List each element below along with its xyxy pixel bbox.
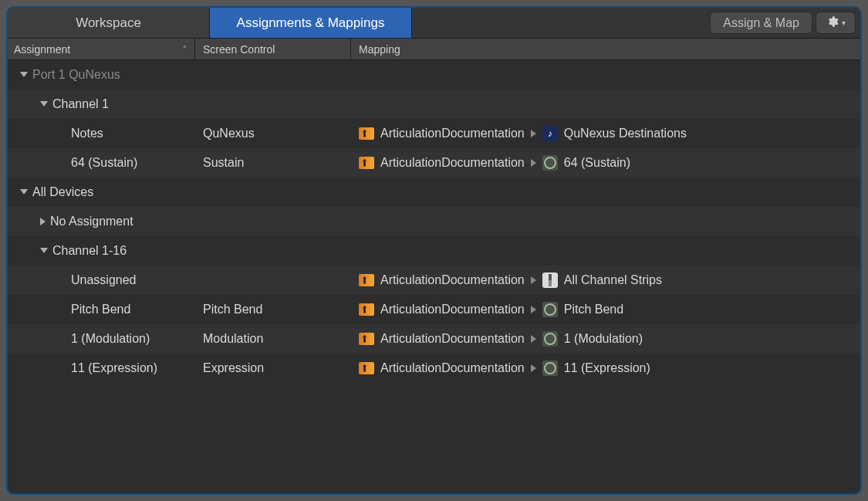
tab-bar-spacer bbox=[412, 8, 710, 38]
knob-icon bbox=[542, 302, 558, 317]
assign-and-map-button[interactable]: Assign & Map bbox=[710, 12, 812, 34]
table-row[interactable]: 1 (Modulation)ModulationArticulationDocu… bbox=[8, 324, 860, 354]
assignment-label: No Assignment bbox=[50, 215, 133, 228]
assignment-label: Channel 1 bbox=[52, 97, 109, 111]
mapping-destination-label: All Channel Strips bbox=[564, 273, 662, 287]
mapping-folder-label: ArticulationDocumentation bbox=[380, 361, 525, 375]
instrument-icon bbox=[542, 126, 558, 141]
mapping-destination-label: 64 (Sustain) bbox=[564, 156, 630, 170]
mapping-folder-label: ArticulationDocumentation bbox=[380, 303, 525, 317]
column-header-mapping[interactable]: Mapping bbox=[351, 39, 860, 59]
knob-icon bbox=[542, 361, 558, 376]
column-header-screen-control[interactable]: Screen Control bbox=[195, 39, 351, 59]
mapping-chain-arrow-icon bbox=[531, 364, 536, 372]
mapping-destination-label: 1 (Modulation) bbox=[564, 332, 643, 346]
assign-and-map-label: Assign & Map bbox=[723, 16, 799, 30]
mapping-destination-label: QuNexus Destinations bbox=[564, 127, 687, 140]
column-header-assignment-label: Assignment bbox=[14, 43, 70, 56]
disclosure-open-icon[interactable] bbox=[20, 72, 28, 77]
column-header-row: Assignment ˄ Screen Control Mapping bbox=[8, 39, 860, 60]
tab-workspace[interactable]: Workspace bbox=[8, 8, 210, 38]
mapping-folder-label: ArticulationDocumentation bbox=[380, 156, 525, 170]
concert-folder-icon bbox=[359, 303, 374, 316]
table-row[interactable]: Pitch BendPitch BendArticulationDocument… bbox=[8, 295, 860, 324]
column-header-assignment[interactable]: Assignment ˄ bbox=[8, 39, 195, 59]
table-row[interactable]: Port 1 QuNexus bbox=[8, 60, 860, 90]
chevron-down-icon: ▾ bbox=[842, 19, 846, 27]
mapping-destination-label: 11 (Expression) bbox=[564, 361, 650, 375]
table-row[interactable]: 64 (Sustain)SustainArticulationDocumenta… bbox=[8, 148, 860, 178]
channel-strip-icon bbox=[542, 273, 558, 288]
table-row[interactable]: No Assignment bbox=[8, 207, 860, 236]
tab-bar: Workspace Assignments & Mappings Assign … bbox=[8, 8, 860, 39]
column-header-screen-control-label: Screen Control bbox=[203, 43, 275, 56]
mapping-chain-arrow-icon bbox=[531, 335, 536, 343]
knob-icon bbox=[542, 155, 558, 171]
sort-ascending-icon: ˄ bbox=[183, 45, 187, 53]
table-row[interactable]: Channel 1-16 bbox=[8, 236, 860, 266]
table-row[interactable]: NotesQuNexusArticulationDocumentationQuN… bbox=[8, 119, 860, 148]
concert-folder-icon bbox=[359, 274, 374, 286]
tab-assignments[interactable]: Assignments & Mappings bbox=[210, 8, 412, 38]
table-row[interactable]: 11 (Expression)ExpressionArticulationDoc… bbox=[8, 354, 860, 383]
assignment-label: Channel 1-16 bbox=[52, 244, 127, 258]
tab-assignments-label: Assignments & Mappings bbox=[237, 15, 385, 31]
knob-icon bbox=[542, 331, 558, 347]
disclosure-open-icon[interactable] bbox=[40, 248, 48, 253]
mapping-folder-label: ArticulationDocumentation bbox=[380, 273, 525, 287]
disclosure-open-icon[interactable] bbox=[40, 101, 48, 107]
assignment-label: 1 (Modulation) bbox=[71, 332, 150, 346]
mapping-folder-label: ArticulationDocumentation bbox=[380, 127, 525, 140]
concert-folder-icon bbox=[359, 333, 374, 345]
assignments-window: Workspace Assignments & Mappings Assign … bbox=[6, 6, 862, 495]
mapping-chain-arrow-icon bbox=[531, 130, 536, 137]
screen-control-label: Expression bbox=[203, 361, 264, 375]
assignment-label: Pitch Bend bbox=[71, 303, 130, 317]
assignments-table-body: Port 1 QuNexusChannel 1NotesQuNexusArtic… bbox=[8, 60, 860, 493]
settings-menu-button[interactable]: ▾ bbox=[816, 12, 856, 34]
concert-folder-icon bbox=[359, 127, 374, 140]
screen-control-label: Pitch Bend bbox=[203, 303, 262, 317]
column-header-mapping-label: Mapping bbox=[359, 43, 400, 56]
screen-control-label: Modulation bbox=[203, 332, 263, 346]
assignment-label: Port 1 QuNexus bbox=[32, 68, 120, 82]
assignment-label: 11 (Expression) bbox=[71, 361, 157, 375]
concert-folder-icon bbox=[359, 157, 374, 169]
table-row[interactable]: Channel 1 bbox=[8, 90, 860, 119]
assignment-label: Unassigned bbox=[71, 273, 137, 287]
assignment-label: Notes bbox=[71, 127, 103, 140]
tab-workspace-label: Workspace bbox=[76, 15, 141, 31]
disclosure-closed-icon[interactable] bbox=[40, 218, 46, 225]
screen-control-label: Sustain bbox=[203, 156, 244, 170]
mapping-chain-arrow-icon bbox=[531, 276, 536, 284]
table-row[interactable]: UnassignedArticulationDocumentationAll C… bbox=[8, 266, 860, 295]
assignment-label: 64 (Sustain) bbox=[71, 156, 137, 170]
mapping-folder-label: ArticulationDocumentation bbox=[380, 332, 525, 346]
disclosure-open-icon[interactable] bbox=[20, 189, 28, 195]
assignment-label: All Devices bbox=[32, 185, 93, 199]
mapping-destination-label: Pitch Bend bbox=[564, 303, 623, 317]
gear-icon bbox=[826, 15, 839, 30]
screen-control-label: QuNexus bbox=[203, 127, 255, 140]
mapping-chain-arrow-icon bbox=[531, 159, 536, 167]
table-row[interactable]: All Devices bbox=[8, 178, 860, 207]
mapping-chain-arrow-icon bbox=[531, 306, 536, 313]
concert-folder-icon bbox=[359, 362, 374, 374]
